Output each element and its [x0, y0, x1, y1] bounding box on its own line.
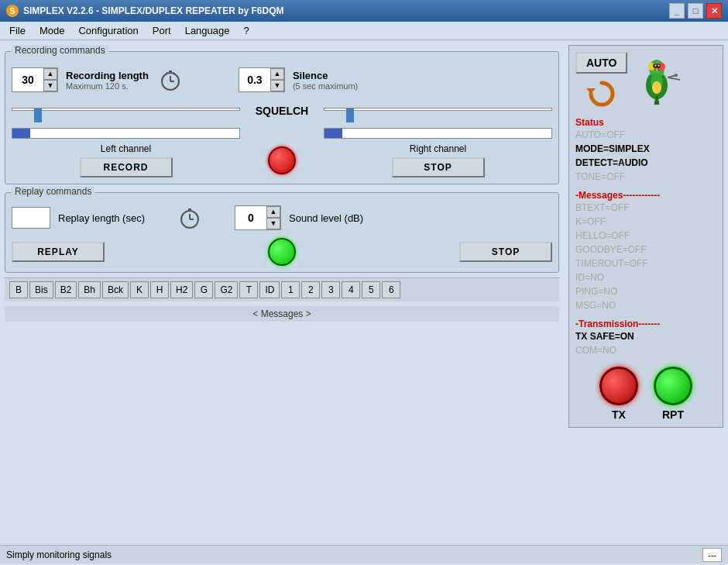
btn-4[interactable]: 4	[342, 281, 360, 298]
sound-level-buttons: ▲ ▼	[266, 206, 280, 229]
btn-1[interactable]: 1	[281, 281, 300, 298]
svg-point-28	[675, 74, 678, 77]
recording-length-spinner[interactable]: ▲ ▼	[12, 67, 58, 92]
recording-length-input[interactable]	[12, 68, 43, 91]
recording-top-row: ▲ ▼ Recording length Maximum 120 s.	[12, 66, 552, 94]
svg-point-19	[655, 65, 657, 67]
msg-btext: BTEXT=OFF	[575, 201, 716, 215]
minimize-button[interactable]: _	[669, 3, 685, 19]
recording-length-down[interactable]: ▼	[43, 80, 57, 91]
stop-button-2[interactable]: STOP	[459, 242, 552, 262]
btn-B[interactable]: B	[9, 281, 28, 298]
rpt-label: RPT	[662, 408, 684, 421]
svg-line-6	[173, 72, 174, 74]
sound-level-up[interactable]: ▲	[266, 206, 280, 218]
silence-down[interactable]: ▼	[270, 80, 284, 91]
btn-Bis[interactable]: Bis	[29, 281, 53, 298]
squelch-label: SQUELCH	[256, 105, 308, 117]
replay-led[interactable]	[268, 238, 296, 266]
recording-length-label: Recording length	[66, 70, 149, 81]
status-section: Status AUTO=OFF MODE=SIMPLEX DETECT=AUDI…	[575, 117, 716, 184]
messages-label: < Messages >	[252, 308, 311, 319]
replay-length-label: Replay length (sec)	[58, 212, 145, 224]
replay-top-row: Replay length (sec)	[12, 204, 552, 232]
recording-length-label-group: Recording length Maximum 120 s.	[66, 70, 149, 91]
menu-help[interactable]: ?	[238, 23, 256, 38]
status-segment-text: ---	[708, 550, 716, 560]
right-channel-slider[interactable]	[324, 103, 552, 115]
btn-H[interactable]: H	[150, 281, 169, 298]
rpt-led[interactable]	[654, 367, 692, 405]
main-content: Recording commands ▲ ▼ Rec	[0, 40, 728, 545]
silence-spinner[interactable]: ▲ ▼	[239, 67, 285, 92]
sound-level-input[interactable]	[235, 206, 266, 229]
btn-2[interactable]: 2	[301, 281, 320, 298]
left-channel-slider[interactable]	[12, 103, 240, 115]
rpt-group: RPT	[654, 367, 692, 421]
btn-H2[interactable]: H2	[170, 281, 193, 298]
menu-language[interactable]: Language	[179, 23, 236, 38]
trans-txsafe: TX SAFE=ON	[575, 329, 716, 343]
msg-id: ID=NO	[575, 270, 716, 284]
left-level-bar-container	[12, 128, 240, 139]
silence-label-group: Silence (5 sec maximum)	[293, 70, 358, 91]
msg-goodbye: GOODBYE=OFF	[575, 243, 716, 257]
messages-bar[interactable]: < Messages >	[5, 306, 559, 322]
sound-level-label: Sound level (dB)	[289, 212, 363, 224]
menu-configuration[interactable]: Configuration	[72, 23, 144, 38]
maximize-button[interactable]: □	[688, 3, 703, 19]
left-level-bar	[12, 129, 30, 138]
btn-G[interactable]: G	[194, 281, 213, 298]
menu-mode[interactable]: Mode	[33, 23, 71, 38]
right-panel: AUTO	[568, 45, 723, 428]
btn-G2[interactable]: G2	[215, 281, 238, 298]
record-led[interactable]	[268, 146, 296, 174]
auto-button[interactable]: AUTO	[575, 52, 627, 74]
status-bar: Simply monitoring signals ---	[0, 545, 728, 563]
btn-ID[interactable]: ID	[259, 281, 280, 298]
right-channel-actions: Right channel STOP	[324, 143, 552, 177]
silence-input[interactable]	[239, 68, 270, 91]
btn-3[interactable]: 3	[321, 281, 340, 298]
btn-K[interactable]: K	[130, 281, 149, 298]
replay-clock-icon	[176, 204, 204, 232]
messages-section-title: -Messages------------	[575, 190, 716, 201]
svg-line-26	[657, 97, 658, 105]
sound-level-down[interactable]: ▼	[266, 218, 280, 229]
tx-led[interactable]	[599, 367, 638, 405]
msg-ping: PING=NO	[575, 284, 716, 298]
replay-button[interactable]: REPLAY	[12, 242, 105, 262]
close-button[interactable]: ✕	[706, 3, 722, 19]
replay-commands-title: Replay commands	[12, 186, 94, 197]
status-title: Status	[575, 117, 716, 128]
recording-commands-title: Recording commands	[12, 45, 108, 56]
refresh-icon	[585, 77, 619, 111]
status-tone: TONE=OFF	[575, 170, 716, 184]
btn-Bck[interactable]: Bck	[102, 281, 129, 298]
btn-5[interactable]: 5	[362, 281, 380, 298]
record-button[interactable]: RECORD	[80, 157, 173, 177]
silence-sub: (5 sec maximum)	[293, 81, 358, 91]
record-led-container	[243, 146, 321, 174]
svg-line-23	[668, 78, 680, 80]
recording-length-up[interactable]: ▲	[43, 68, 57, 80]
auto-parrot-row: AUTO	[575, 52, 716, 111]
btn-Bh[interactable]: Bh	[78, 281, 101, 298]
stop-button-1[interactable]: STOP	[392, 157, 485, 177]
msg-timerout: TIMEROUT=OFF	[575, 257, 716, 270]
svg-point-20	[658, 65, 660, 67]
recording-commands-group: Recording commands ▲ ▼ Rec	[5, 51, 559, 184]
status-segment: ---	[702, 548, 722, 562]
btn-T[interactable]: T	[239, 281, 258, 298]
msg-hello: HELLO=OFF	[575, 229, 716, 243]
replay-length-input[interactable]	[12, 207, 50, 229]
menu-port[interactable]: Port	[146, 23, 177, 38]
btn-6[interactable]: 6	[382, 281, 400, 298]
silence-up[interactable]: ▲	[270, 68, 284, 80]
recording-clock-icon	[156, 66, 184, 94]
right-channel-col	[324, 100, 552, 139]
window-title: SIMPLEX V2.2.6 - SIMPLEX/DUPLEX REPEATER…	[23, 5, 284, 16]
btn-B2[interactable]: B2	[55, 281, 77, 298]
menu-file[interactable]: File	[3, 23, 32, 38]
sound-level-spinner[interactable]: ▲ ▼	[235, 205, 281, 230]
